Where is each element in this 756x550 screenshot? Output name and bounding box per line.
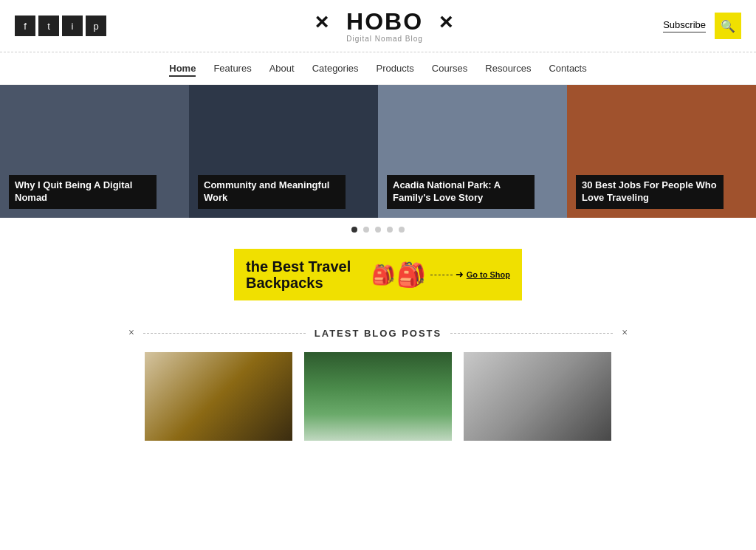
nav-features[interactable]: Features [213,63,251,77]
hero-slideshow: Why I Quit Being A Digital Nomad Communi… [0,85,756,218]
banner-section: the Best Travel Backpacks 🎒 🎒 ➜ Go to Sh… [0,241,756,315]
left-divider-line [143,333,306,334]
main-nav: Home Features About Categories Products … [0,52,756,85]
site-header: f t i p × HOBO × Digital Nomad Blog Subs… [0,0,756,52]
nav-contacts[interactable]: Contacts [549,63,586,77]
blog-card-3-image [464,352,611,441]
subscribe-button[interactable]: Subscribe [663,19,706,32]
blog-card-2[interactable] [304,352,452,441]
section-title: LATEST BLOG POSTS [315,328,441,339]
slide-2[interactable]: Community and Meaningful Work [189,85,378,218]
nav-home[interactable]: Home [169,63,196,77]
dot-2[interactable] [363,227,369,233]
logo[interactable]: × HOBO × Digital Nomad Blog [315,9,455,43]
slideshow-dots [0,218,756,241]
x-left-icon: × [128,327,134,339]
social-icons-group: f t i p [15,16,106,36]
slide-4[interactable]: 30 Best Jobs For People Who Love Traveli… [567,85,756,218]
backpack-icon-1: 🎒 [371,264,395,286]
nav-categories[interactable]: Categories [312,63,359,77]
dot-1[interactable] [351,227,357,233]
dot-5[interactable] [399,227,405,233]
latest-posts-heading: × LATEST BLOG POSTS × [0,315,756,352]
search-icon: 🔍 [721,19,735,33]
dot-4[interactable] [387,227,393,233]
blog-card-2-image [304,352,452,441]
banner-cta-area: ➜ Go to Shop [430,269,510,281]
nav-products[interactable]: Products [377,63,414,77]
twitter-icon[interactable]: t [38,16,59,36]
go-to-shop-label[interactable]: Go to Shop [467,270,510,279]
slide-4-label: 30 Best Jobs For People Who Love Traveli… [576,175,724,209]
nav-courses[interactable]: Courses [432,63,467,77]
dot-3[interactable] [375,227,381,233]
slide-2-label: Community and Meaningful Work [198,175,346,209]
backpack-icon-2: 🎒 [396,261,426,289]
instagram-icon[interactable]: i [62,16,83,36]
banner-icons: 🎒 🎒 [371,261,426,289]
logo-subtitle: Digital Nomad Blog [315,35,455,43]
x-right-icon: × [622,327,628,339]
search-button[interactable]: 🔍 [715,13,741,39]
slide-1[interactable]: Why I Quit Being A Digital Nomad [0,85,189,218]
blog-card-1[interactable] [145,352,292,441]
cross-left-icon: × [315,8,331,35]
nav-about[interactable]: About [269,63,295,77]
nav-resources[interactable]: Resources [485,63,531,77]
facebook-icon[interactable]: f [15,16,35,36]
slide-3-label: Acadia National Park: A Family's Love St… [387,175,535,209]
shop-banner[interactable]: the Best Travel Backpacks 🎒 🎒 ➜ Go to Sh… [234,249,522,300]
header-right: Subscribe 🔍 [663,13,741,39]
right-divider-line [450,333,613,334]
banner-text: the Best Travel Backpacks [246,258,371,291]
blog-card-1-image [145,352,292,441]
slide-3[interactable]: Acadia National Park: A Family's Love St… [378,85,567,218]
logo-title: × HOBO × [315,9,455,35]
go-to-shop-icon: ➜ [456,269,464,281]
arrow-line-icon [430,275,453,275]
blog-grid [0,352,756,456]
cross-right-icon: × [439,8,455,35]
slide-1-label: Why I Quit Being A Digital Nomad [9,175,157,209]
blog-card-3[interactable] [464,352,611,441]
pinterest-icon[interactable]: p [86,16,106,36]
